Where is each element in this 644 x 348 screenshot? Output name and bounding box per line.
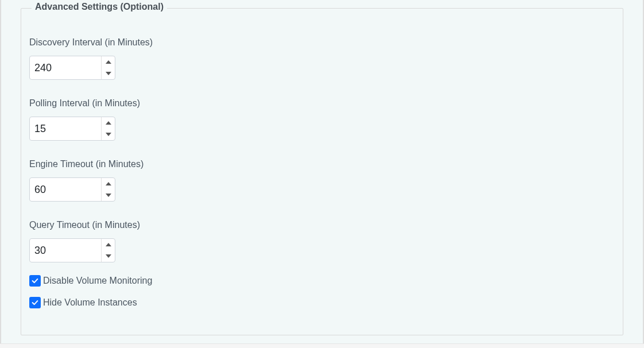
disable-volume-monitoring-row: Disable Volume Monitoring xyxy=(29,275,615,287)
polling-interval-down[interactable] xyxy=(102,129,115,140)
discovery-interval-up[interactable] xyxy=(102,56,115,68)
polling-interval-stepper[interactable] xyxy=(29,117,115,141)
polling-interval-spinner xyxy=(101,117,115,140)
query-timeout-up[interactable] xyxy=(102,239,115,250)
query-timeout-label: Query Timeout (in Minutes) xyxy=(29,220,615,230)
engine-timeout-input[interactable] xyxy=(30,178,101,201)
query-timeout-spinner xyxy=(101,239,115,262)
fieldset-legend: Advanced Settings (Optional) xyxy=(32,2,167,12)
chevron-down-icon xyxy=(106,72,111,75)
hide-volume-instances-row: Hide Volume Instances xyxy=(29,297,615,308)
hide-volume-instances-label: Hide Volume Instances xyxy=(43,297,137,308)
polling-interval-up[interactable] xyxy=(102,117,115,129)
query-timeout-down[interactable] xyxy=(102,250,115,262)
engine-timeout-stepper[interactable] xyxy=(29,177,115,202)
discovery-interval-label: Discovery Interval (in Minutes) xyxy=(29,37,615,48)
check-icon xyxy=(31,277,39,285)
engine-timeout-group: Engine Timeout (in Minutes) xyxy=(29,159,615,202)
query-timeout-group: Query Timeout (in Minutes) xyxy=(29,220,615,262)
chevron-up-icon xyxy=(106,182,111,185)
polling-interval-label: Polling Interval (in Minutes) xyxy=(29,98,615,109)
check-icon xyxy=(31,299,39,307)
polling-interval-group: Polling Interval (in Minutes) xyxy=(29,98,615,141)
discovery-interval-down[interactable] xyxy=(102,68,115,79)
discovery-interval-input[interactable] xyxy=(30,56,101,79)
chevron-up-icon xyxy=(106,121,111,125)
query-timeout-stepper[interactable] xyxy=(29,238,115,262)
query-timeout-input[interactable] xyxy=(30,239,101,262)
hide-volume-instances-checkbox[interactable] xyxy=(29,297,41,308)
discovery-interval-stepper[interactable] xyxy=(29,56,115,80)
chevron-up-icon xyxy=(106,60,111,64)
chevron-down-icon xyxy=(106,194,111,197)
discovery-interval-spinner xyxy=(101,56,115,79)
chevron-down-icon xyxy=(106,254,111,258)
discovery-interval-group: Discovery Interval (in Minutes) xyxy=(29,37,615,80)
content-area: Advanced Settings (Optional) Discovery I… xyxy=(13,0,631,343)
chevron-up-icon xyxy=(106,243,111,246)
disable-volume-monitoring-checkbox[interactable] xyxy=(29,275,41,287)
outer-border-bottom xyxy=(0,343,644,348)
outer-border-left xyxy=(0,0,1,348)
polling-interval-input[interactable] xyxy=(30,117,101,140)
advanced-settings-fieldset: Advanced Settings (Optional) Discovery I… xyxy=(21,8,623,335)
engine-timeout-spinner xyxy=(101,178,115,201)
engine-timeout-up[interactable] xyxy=(102,178,115,190)
chevron-down-icon xyxy=(106,133,111,136)
engine-timeout-label: Engine Timeout (in Minutes) xyxy=(29,159,615,169)
disable-volume-monitoring-label: Disable Volume Monitoring xyxy=(43,276,152,286)
engine-timeout-down[interactable] xyxy=(102,190,115,201)
